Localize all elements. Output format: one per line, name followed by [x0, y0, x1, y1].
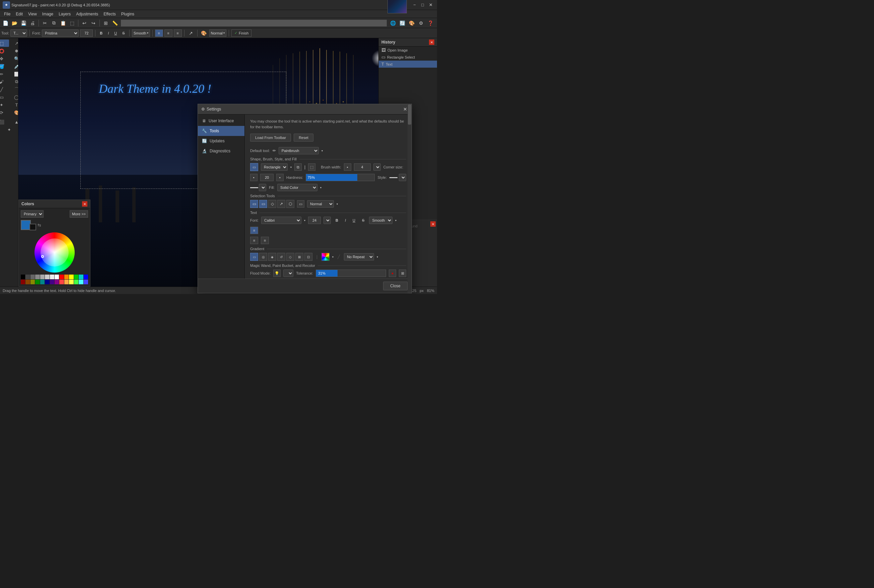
palette-r2-5[interactable] [40, 280, 45, 284]
flood-mode-select[interactable]: ▾ [283, 270, 293, 277]
font-select[interactable]: Pristina [42, 30, 79, 37]
brush-width-input[interactable] [354, 164, 371, 171]
grad-linear-btn[interactable]: ▭ [250, 253, 258, 261]
sel-diamond-btn[interactable]: ◇ [268, 200, 276, 208]
nav-user-interface[interactable]: 🖥 User Interface [198, 116, 244, 126]
palette-r2-12[interactable] [74, 280, 78, 284]
tolerance-icon1[interactable]: ● [389, 270, 396, 277]
palette-r2-4[interactable] [35, 280, 39, 284]
text-align-center-btn[interactable]: ≡ [250, 237, 258, 244]
swap-colors-button[interactable]: ⇆ [37, 223, 41, 228]
bg-panel-close-button[interactable]: ✕ [430, 221, 436, 227]
tool-select-rect[interactable]: ⬚ [0, 39, 9, 47]
palette-red[interactable] [59, 274, 64, 279]
redo-button[interactable]: ↪ [89, 19, 97, 27]
close-window-button[interactable]: ✕ [427, 2, 434, 9]
reload-button[interactable]: 🔄 [398, 19, 406, 27]
align-left-button[interactable]: ≡ [155, 30, 163, 37]
palette-cyan[interactable] [79, 274, 83, 279]
palette-r2-9[interactable] [59, 280, 64, 284]
fill-select[interactable]: Solid Color [277, 184, 318, 191]
grad-spiral-btn[interactable]: ↺ [277, 253, 285, 261]
help-button[interactable]: ❓ [426, 19, 434, 27]
tool-pencil[interactable]: ✏ [0, 70, 9, 78]
palette-white[interactable] [55, 274, 59, 279]
finish-button[interactable]: ✓ Finish [231, 30, 252, 37]
tool-select-lasso[interactable]: ↗ [9, 39, 19, 47]
tool-move[interactable]: ✥ [0, 55, 9, 62]
flood-mode-icon[interactable]: 💡 [273, 270, 280, 277]
scroll-thumb[interactable] [408, 105, 411, 124]
align-center-button[interactable]: ≡ [165, 30, 172, 37]
deselect-button[interactable]: ⬚ [68, 19, 76, 27]
text-italic-btn[interactable]: I [343, 217, 348, 224]
bold-button[interactable]: B [98, 30, 105, 37]
more-colors-button[interactable]: More >> [70, 210, 88, 218]
grid-button[interactable]: ⊞ [102, 19, 110, 27]
tool-rectangle[interactable]: ▭ [0, 93, 9, 101]
web-button[interactable]: 🌐 [389, 19, 397, 27]
menu-image[interactable]: Image [39, 11, 56, 17]
canvas-text[interactable]: Dark Theme in 4.0.20 ! [99, 82, 211, 96]
tolerance-bar[interactable]: 31% [316, 270, 386, 277]
undo-button[interactable]: ↩ [80, 19, 88, 27]
tool-shape3[interactable]: ✦ [1, 126, 16, 133]
load-from-toolbar-button[interactable]: Load From Toolbar [250, 134, 291, 142]
tool-gradient[interactable]: ⟳ [0, 109, 9, 116]
palette-r2-3[interactable] [30, 280, 35, 284]
grad-color-btn[interactable] [321, 253, 330, 261]
tool-paintbrush[interactable]: 🖌 [0, 78, 9, 86]
ruler-button[interactable]: 📏 [111, 19, 119, 27]
text-size-unit[interactable]: ▾ [324, 217, 331, 224]
sel-mode-select[interactable]: Normal [307, 200, 334, 208]
hardness-num-input[interactable] [260, 174, 274, 181]
font-size-input[interactable]: 72 [80, 30, 93, 37]
text-strike-btn[interactable]: S [360, 217, 366, 224]
secondary-color-swatch[interactable] [30, 224, 36, 230]
copy-button[interactable]: ⧉ [50, 19, 58, 27]
shape-rectangle-btn[interactable]: ▭ [250, 163, 258, 171]
grad-texture-btn[interactable]: ⊠ [295, 253, 303, 261]
fill-type-select[interactable]: ▾ [259, 184, 266, 191]
palette-r2-11[interactable] [69, 280, 73, 284]
palette-r2-14[interactable] [84, 280, 88, 284]
sel-lasso-btn[interactable]: ↗ [277, 200, 285, 208]
brush-dec-btn[interactable]: ▪ [344, 164, 351, 171]
palette-r2-1[interactable] [21, 280, 25, 284]
maximize-button[interactable]: □ [419, 2, 426, 9]
dialog-scrollbar[interactable] [408, 104, 412, 293]
tool-ellipse2[interactable]: ◯ [9, 93, 19, 101]
tool-eraser[interactable]: ⬜ [9, 70, 19, 78]
text-smooth-select[interactable]: Smooth [369, 217, 393, 224]
history-close-button[interactable]: ✕ [429, 39, 434, 45]
sel-round-btn[interactable]: ▭ [259, 200, 267, 208]
palette-d4[interactable] [40, 274, 45, 279]
strikethrough-button[interactable]: S [120, 30, 127, 37]
menu-plugins[interactable]: Plugins [118, 11, 137, 17]
default-tool-select[interactable]: Paintbrush [279, 147, 319, 154]
palette-d3[interactable] [35, 274, 39, 279]
shape-select[interactable]: Rectangle [261, 164, 288, 171]
tool-curve[interactable]: ⌒ [9, 86, 19, 93]
hardness-inc-btn[interactable]: ▪ [276, 174, 283, 181]
minimize-button[interactable]: − [411, 2, 418, 9]
colors-close-button[interactable]: ✕ [82, 201, 87, 207]
italic-button[interactable]: I [106, 30, 111, 37]
palette-green[interactable] [74, 274, 78, 279]
settings-button[interactable]: ⚙ [417, 19, 425, 27]
history-item-rectangle-select[interactable]: ▭ Rectangle Select [379, 54, 437, 61]
menu-layers[interactable]: Layers [56, 11, 73, 17]
palette-blue[interactable] [84, 274, 88, 279]
palette-r2-8[interactable] [55, 280, 59, 284]
palette-yellow[interactable] [69, 274, 73, 279]
reset-button[interactable]: Reset [294, 134, 313, 142]
gradient-repeat-select[interactable]: No Repeat [344, 253, 374, 261]
nav-updates[interactable]: 🔄 Updates [198, 136, 244, 146]
shape-option-btn2[interactable]: ⬚ [308, 164, 315, 171]
grad-radial-btn[interactable]: ◎ [259, 253, 267, 261]
menu-file[interactable]: File [1, 11, 13, 17]
history-item-open-image[interactable]: 🖼 Open Image [379, 46, 437, 54]
palette-r2-13[interactable] [79, 280, 83, 284]
menu-view[interactable]: View [25, 11, 39, 17]
tool-line[interactable]: ╱ [0, 86, 9, 93]
